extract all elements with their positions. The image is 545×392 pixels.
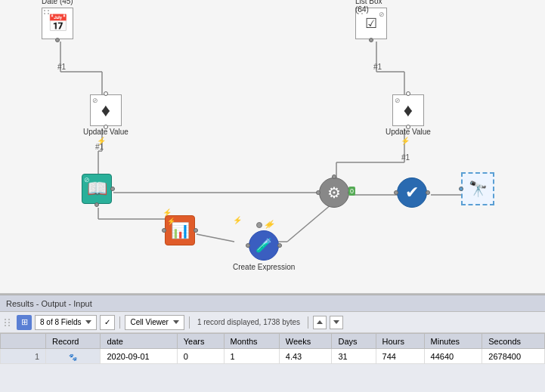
read-node[interactable]: ⊘ 📖 [82, 174, 112, 204]
viewer-selector-label: Cell Viewer [130, 318, 168, 326]
up-arrow-icon [317, 320, 323, 324]
results-toolbar: ⊞ 8 of 8 Fields ✓ Cell Viewer 1 record d… [0, 312, 545, 333]
svg-text:#1: #1 [57, 63, 67, 71]
row-number: 1 [1, 349, 46, 364]
col-header-minutes[interactable]: Minutes [424, 334, 482, 349]
date-node[interactable]: 📅 Date (45) [42, 8, 73, 39]
updatevalue1-node[interactable]: ⊘ ♦ Update Value [83, 94, 129, 136]
svg-text:#1: #1 [401, 153, 410, 162]
cell-hours: 744 [376, 349, 424, 364]
fields-selector-label: 8 of 8 Fields [40, 318, 81, 326]
svg-text:#1: #1 [373, 63, 382, 71]
table-row: 1 🐾 2020-09-01 0 1 4.43 31 744 44640 267… [1, 349, 545, 364]
cell-date: 2020-09-01 [101, 349, 177, 364]
cell-days: 31 [332, 349, 376, 364]
viewer-selector-button[interactable]: Cell Viewer [125, 315, 184, 330]
workflow-canvas[interactable]: #1 #1 #1 #1 ⚡ ⚡ ⚡ ⚡ ⚡ [0, 0, 545, 295]
col-header-weeks[interactable]: Weeks [279, 334, 332, 349]
cell-minutes: 44640 [424, 349, 482, 364]
fields-dropdown-icon [85, 320, 91, 324]
col-header-days[interactable]: Days [332, 334, 376, 349]
browse-node[interactable]: 🔭 [461, 172, 494, 205]
scroll-up-button[interactable] [313, 316, 327, 329]
formula-label: Create Expression [233, 263, 295, 271]
data-table-container[interactable]: Record date Years Months Weeks [0, 333, 545, 392]
col-header-rownum [1, 334, 46, 349]
cell-months: 1 [224, 349, 279, 364]
col-header-hours[interactable]: Hours [376, 334, 424, 349]
toolbar-separator-1 [119, 316, 120, 329]
col-header-record[interactable]: Record [46, 334, 101, 349]
svg-text:#1: #1 [95, 143, 104, 151]
listbox-label: List Box (64) [355, 0, 387, 14]
col-header-seconds[interactable]: Seconds [482, 334, 545, 349]
toolbar-separator-2 [189, 316, 190, 329]
record-info-text: 1 record displayed, 1738 bytes [197, 318, 300, 326]
col-header-months[interactable]: Months [224, 334, 279, 349]
scroll-down-button[interactable] [330, 316, 343, 329]
fields-selector-button[interactable]: 8 of 8 Fields [35, 315, 97, 330]
listbox-node[interactable]: ⊘ ☑ List Box (64) [355, 8, 387, 39]
col-header-years[interactable]: Years [177, 334, 224, 349]
down-arrow-icon [333, 320, 339, 324]
filter-node[interactable]: ✔ [397, 177, 427, 208]
table-header-row: Record date Years Months Weeks [1, 334, 545, 349]
checkmark-button[interactable]: ✓ [100, 315, 115, 330]
results-header: Results - Output - Input [0, 295, 545, 312]
results-title: Results - Output - Input [6, 299, 92, 308]
svg-text:⚡: ⚡ [97, 136, 107, 146]
updatevalue2-node[interactable]: ⊘ ♦ Update Value [386, 94, 431, 136]
row-type-cell: 🐾 [46, 349, 101, 364]
svg-text:⚡: ⚡ [401, 136, 410, 146]
toolbar-separator-3 [308, 316, 308, 329]
cell-seconds: 2678400 [482, 349, 545, 364]
viewer-dropdown-icon [173, 320, 179, 324]
svg-line-19 [197, 234, 234, 242]
drag-handle-icon [5, 319, 11, 326]
results-table: Record date Years Months Weeks [0, 333, 545, 364]
summarize-node[interactable]: ⚡ 📊 [165, 215, 195, 245]
table-view-icon[interactable]: ⊞ [17, 315, 32, 330]
join-node[interactable]: ⚙ 0 [319, 177, 349, 208]
formula-node[interactable]: ⚡ 🧪 Create Expression [233, 221, 295, 271]
col-header-date[interactable]: date [101, 334, 177, 349]
cell-years: 0 [177, 349, 224, 364]
cell-weeks: 4.43 [279, 349, 332, 364]
results-panel: Results - Output - Input ⊞ 8 of 8 Fields… [0, 295, 545, 392]
